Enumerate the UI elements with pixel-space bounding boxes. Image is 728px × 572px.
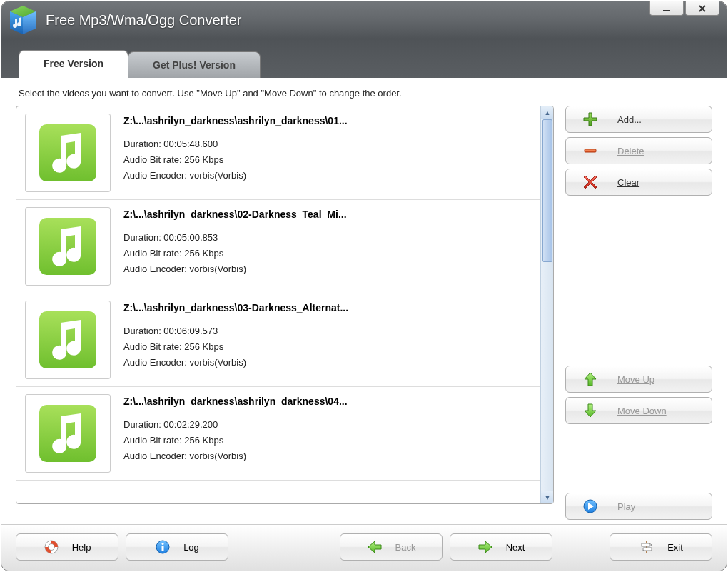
exit-button[interactable]: Exit xyxy=(610,533,712,561)
svg-rect-6 xyxy=(39,311,96,368)
item-bitrate: Audio Bit rate: 256 Kbps xyxy=(123,246,532,261)
item-duration: Duration: 00:05:00.853 xyxy=(123,230,532,246)
log-button[interactable]: Log xyxy=(126,533,228,561)
window-title: Free Mp3/Wma/Ogg Converter xyxy=(46,12,242,29)
back-label: Back xyxy=(395,542,416,553)
titlebar: Free Mp3/Wma/Ogg Converter xyxy=(1,1,727,39)
scrollbar[interactable]: ▲ ▼ xyxy=(540,106,553,503)
music-thumbnail xyxy=(25,301,111,379)
next-button[interactable]: Next xyxy=(450,533,552,561)
item-encoder: Audio Encoder: vorbis(Vorbis) xyxy=(123,448,532,464)
scroll-thumb[interactable] xyxy=(542,119,552,262)
item-duration: Duration: 00:05:48.600 xyxy=(123,136,532,152)
svg-rect-16 xyxy=(642,543,649,546)
svg-point-13 xyxy=(162,543,164,545)
list-item[interactable]: Z:\...\ashrilyn_darkness\03-Darkness_Alt… xyxy=(16,293,540,387)
music-thumbnail xyxy=(25,207,111,286)
svg-rect-7 xyxy=(39,405,96,462)
item-title: Z:\...\ashrilyn_darkness\03-Darkness_Alt… xyxy=(123,302,532,313)
item-encoder: Audio Encoder: vorbis(Vorbis) xyxy=(123,261,532,277)
clear-button[interactable]: Clear xyxy=(565,169,712,196)
list-item[interactable]: Z:\...\ashrilyn_darkness\02-Darkness_Tea… xyxy=(16,200,540,293)
item-encoder: Audio Encoder: vorbis(Vorbis) xyxy=(123,168,532,184)
item-bitrate: Audio Bit rate: 256 Kbps xyxy=(123,339,532,355)
move-down-label: Move Down xyxy=(617,406,667,416)
music-note-icon xyxy=(35,214,101,279)
svg-rect-4 xyxy=(39,124,96,181)
clear-label: Clear xyxy=(617,177,639,188)
signpost-icon xyxy=(639,539,654,555)
item-title: Z:\...\ashrilyn_darkness\ashrilyn_darkne… xyxy=(123,115,532,126)
item-bitrate: Audio Bit rate: 256 Kbps xyxy=(123,433,532,448)
music-note-icon xyxy=(35,307,101,373)
bottom-bar: Help Log Back Next Exit xyxy=(1,524,727,571)
svg-marker-17 xyxy=(649,543,652,546)
x-icon xyxy=(582,174,599,191)
arrow-up-icon xyxy=(582,371,599,388)
arrow-left-icon xyxy=(367,539,383,555)
item-title: Z:\...\ashrilyn_darkness\02-Darkness_Tea… xyxy=(123,209,532,220)
list-item[interactable]: Z:\...\ashrilyn_darkness\ashrilyn_darkne… xyxy=(16,106,540,200)
app-icon xyxy=(7,4,39,36)
tab-row: Free Version Get Plus! Version xyxy=(1,39,727,78)
exit-label: Exit xyxy=(667,542,683,553)
music-thumbnail xyxy=(25,114,111,192)
back-button[interactable]: Back xyxy=(340,533,443,561)
instruction-text: Select the videos you want to convert. U… xyxy=(16,85,712,106)
scroll-up-arrow[interactable]: ▲ xyxy=(541,106,554,119)
svg-rect-5 xyxy=(39,218,96,275)
svg-rect-18 xyxy=(644,548,652,551)
minus-icon xyxy=(582,142,599,159)
music-note-icon xyxy=(35,120,101,186)
delete-label: Delete xyxy=(617,146,644,156)
lifebuoy-icon xyxy=(44,539,59,555)
play-button[interactable]: Play xyxy=(565,493,712,520)
help-label: Help xyxy=(72,542,91,553)
svg-marker-19 xyxy=(642,548,644,551)
music-note-icon xyxy=(35,401,101,466)
move-up-button[interactable]: Move Up xyxy=(565,366,712,393)
music-thumbnail xyxy=(25,394,111,473)
item-encoder: Audio Encoder: vorbis(Vorbis) xyxy=(123,355,532,371)
log-label: Log xyxy=(183,542,199,553)
list-item[interactable]: Z:\...\ashrilyn_darkness\ashrilyn_darkne… xyxy=(16,387,540,481)
delete-button[interactable]: Delete xyxy=(565,137,712,164)
tab-plus-version[interactable]: Get Plus! Version xyxy=(128,51,261,78)
svg-rect-14 xyxy=(162,546,164,551)
item-duration: Duration: 00:06:09.573 xyxy=(123,323,532,339)
info-icon xyxy=(155,539,171,555)
help-button[interactable]: Help xyxy=(16,533,118,561)
close-button[interactable] xyxy=(685,1,719,16)
file-list: Z:\...\ashrilyn_darkness\ashrilyn_darkne… xyxy=(16,106,554,504)
arrow-right-icon xyxy=(477,539,493,555)
svg-rect-3 xyxy=(663,10,670,11)
item-duration: Duration: 00:02:29.200 xyxy=(123,417,532,433)
arrow-down-icon xyxy=(582,402,599,419)
play-label: Play xyxy=(617,501,635,512)
tab-free-version[interactable]: Free Version xyxy=(19,50,128,78)
add-label: Add... xyxy=(617,114,642,125)
add-button[interactable]: Add... xyxy=(565,106,712,133)
play-icon xyxy=(582,498,599,515)
svg-rect-15 xyxy=(646,541,647,553)
move-down-button[interactable]: Move Down xyxy=(565,397,712,424)
scroll-down-arrow[interactable]: ▼ xyxy=(541,491,554,503)
minimize-button[interactable] xyxy=(649,1,684,16)
item-bitrate: Audio Bit rate: 256 Kbps xyxy=(123,152,532,168)
svg-point-11 xyxy=(48,544,54,551)
svg-rect-8 xyxy=(585,149,596,152)
item-title: Z:\...\ashrilyn_darkness\ashrilyn_darkne… xyxy=(123,396,532,407)
next-label: Next xyxy=(506,542,525,553)
plus-icon xyxy=(582,111,599,128)
move-up-label: Move Up xyxy=(617,374,654,385)
